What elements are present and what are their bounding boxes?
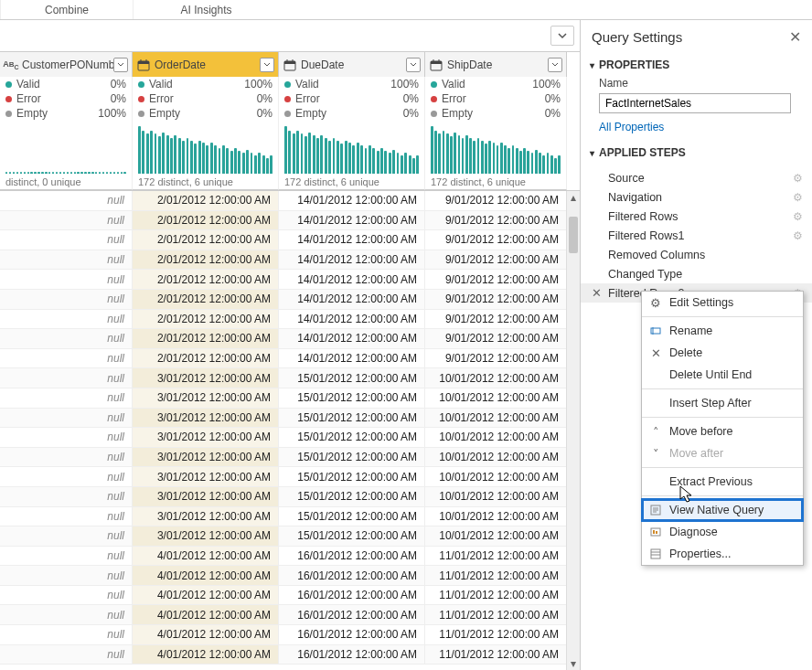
cell[interactable]: 3/01/2012 12:00:00 AM [133,409,279,429]
cell[interactable]: 9/01/2012 12:00:00 AM [425,310,567,330]
cell[interactable]: 9/01/2012 12:00:00 AM [425,290,567,310]
cell[interactable]: null [0,388,133,409]
column-header-customerponumber[interactable]: ABCCustomerPONumber [0,52,133,77]
cell[interactable]: 14/01/2012 12:00:00 AM [279,250,425,271]
cell[interactable]: 10/01/2012 12:00:00 AM [425,428,567,448]
all-properties-link[interactable]: All Properties [581,121,812,141]
cell[interactable]: null [0,270,133,290]
cell[interactable]: 4/01/2012 12:00:00 AM [133,547,279,567]
applied-step[interactable]: Removed Columns⚙ [581,245,812,264]
cell[interactable]: 3/01/2012 12:00:00 AM [133,368,279,388]
delete-step-icon[interactable]: ✕ [592,286,602,300]
expand-button[interactable] [550,26,574,46]
cell[interactable]: 3/01/2012 12:00:00 AM [133,507,279,527]
cell[interactable]: 2/01/2012 12:00:00 AM [133,310,279,330]
cell[interactable]: 11/01/2012 12:00:00 AM [425,586,567,606]
cell[interactable]: 9/01/2012 12:00:00 AM [425,211,567,231]
cell[interactable]: 10/01/2012 12:00:00 AM [425,507,567,527]
cell[interactable]: 9/01/2012 12:00:00 AM [425,250,567,271]
cell[interactable]: 15/01/2012 12:00:00 AM [279,526,425,547]
applied-step[interactable]: Changed Type⚙ [581,264,812,283]
close-icon[interactable]: ✕ [789,28,801,46]
cell[interactable]: null [0,487,133,507]
cell[interactable]: 9/01/2012 12:00:00 AM [425,191,567,211]
vertical-scrollbar[interactable]: ▴ ▾ [566,191,580,670]
cell[interactable]: 2/01/2012 12:00:00 AM [133,211,279,231]
cell[interactable]: 3/01/2012 12:00:00 AM [133,428,279,448]
cell[interactable]: 10/01/2012 12:00:00 AM [425,448,567,468]
cell[interactable]: null [0,349,133,369]
applied-step[interactable]: Source⚙ [581,168,812,187]
cell[interactable]: 10/01/2012 12:00:00 AM [425,526,567,547]
cell[interactable]: 9/01/2012 12:00:00 AM [425,270,567,290]
cell[interactable]: 15/01/2012 12:00:00 AM [279,368,425,388]
scroll-up-arrow[interactable]: ▴ [567,191,580,204]
cell[interactable]: null [0,547,133,567]
cell[interactable]: null [0,566,133,586]
cell[interactable]: 15/01/2012 12:00:00 AM [279,409,425,429]
cell[interactable]: null [0,428,133,448]
ribbon-tab-combine[interactable]: Combine [0,0,133,19]
gear-icon[interactable]: ⚙ [793,229,803,242]
scroll-thumb[interactable] [569,217,578,253]
menu-item-move-before[interactable]: ˄Move before [642,420,803,442]
column-header-duedate[interactable]: DueDate [279,52,425,77]
cell[interactable]: 16/01/2012 12:00:00 AM [279,625,425,645]
gear-icon[interactable]: ⚙ [793,191,803,204]
query-name-input[interactable] [599,93,791,113]
cell[interactable]: 4/01/2012 12:00:00 AM [133,605,279,625]
menu-item-properties[interactable]: Properties... [642,543,803,565]
cell[interactable]: null [0,526,133,547]
menu-item-extract-previous[interactable]: Extract Previous [642,471,803,493]
cell[interactable]: 14/01/2012 12:00:00 AM [279,270,425,290]
cell[interactable]: null [0,290,133,310]
filter-dropdown-button[interactable] [548,58,562,72]
cell[interactable]: 10/01/2012 12:00:00 AM [425,467,567,487]
menu-item-rename[interactable]: Rename [642,320,803,342]
cell[interactable]: 11/01/2012 12:00:00 AM [425,625,567,645]
gear-icon[interactable]: ⚙ [793,172,803,185]
filter-dropdown-button[interactable] [260,58,274,72]
cell[interactable]: 16/01/2012 12:00:00 AM [279,645,425,665]
cell[interactable]: 14/01/2012 12:00:00 AM [279,290,425,310]
cell[interactable]: 16/01/2012 12:00:00 AM [279,605,425,625]
cell[interactable]: 3/01/2012 12:00:00 AM [133,467,279,487]
cell[interactable]: 15/01/2012 12:00:00 AM [279,467,425,487]
cell[interactable]: 14/01/2012 12:00:00 AM [279,211,425,231]
cell[interactable]: null [0,467,133,487]
cell[interactable]: 10/01/2012 12:00:00 AM [425,409,567,429]
cell[interactable]: 3/01/2012 12:00:00 AM [133,388,279,409]
filter-dropdown-button[interactable] [113,58,128,72]
ribbon-tab-ai-insights[interactable]: AI Insights [133,0,279,19]
cell[interactable]: 11/01/2012 12:00:00 AM [425,566,567,586]
cell[interactable]: 15/01/2012 12:00:00 AM [279,388,425,409]
cell[interactable]: null [0,191,133,211]
cell[interactable]: 9/01/2012 12:00:00 AM [425,329,567,349]
cell[interactable]: 4/01/2012 12:00:00 AM [133,645,279,665]
applied-step[interactable]: Filtered Rows1⚙ [581,226,812,245]
menu-item-delete-until-end[interactable]: Delete Until End [642,364,803,386]
applied-step[interactable]: Navigation⚙ [581,187,812,207]
properties-section-header[interactable]: ▾ PROPERTIES [581,53,812,77]
cell[interactable]: 10/01/2012 12:00:00 AM [425,388,567,409]
filter-dropdown-button[interactable] [406,58,421,72]
cell[interactable]: null [0,211,133,231]
column-header-shipdate[interactable]: ShipDate [425,52,567,77]
menu-item-view-native-query[interactable]: View Native Query [642,499,803,521]
cell[interactable]: 14/01/2012 12:00:00 AM [279,230,425,250]
cell[interactable]: null [0,329,133,349]
cell[interactable]: 10/01/2012 12:00:00 AM [425,368,567,388]
cell[interactable]: 11/01/2012 12:00:00 AM [425,547,567,567]
cell[interactable]: 2/01/2012 12:00:00 AM [133,191,279,211]
cell[interactable]: 16/01/2012 12:00:00 AM [279,547,425,567]
cell[interactable]: 4/01/2012 12:00:00 AM [133,586,279,606]
cell[interactable]: 2/01/2012 12:00:00 AM [133,349,279,369]
cell[interactable]: 2/01/2012 12:00:00 AM [133,329,279,349]
cell[interactable]: 3/01/2012 12:00:00 AM [133,448,279,468]
cell[interactable]: 11/01/2012 12:00:00 AM [425,645,567,665]
cell[interactable]: 4/01/2012 12:00:00 AM [133,566,279,586]
cell[interactable]: 3/01/2012 12:00:00 AM [133,526,279,547]
cell[interactable]: 3/01/2012 12:00:00 AM [133,487,279,507]
applied-step[interactable]: Filtered Rows⚙ [581,207,812,226]
cell[interactable]: 15/01/2012 12:00:00 AM [279,448,425,468]
